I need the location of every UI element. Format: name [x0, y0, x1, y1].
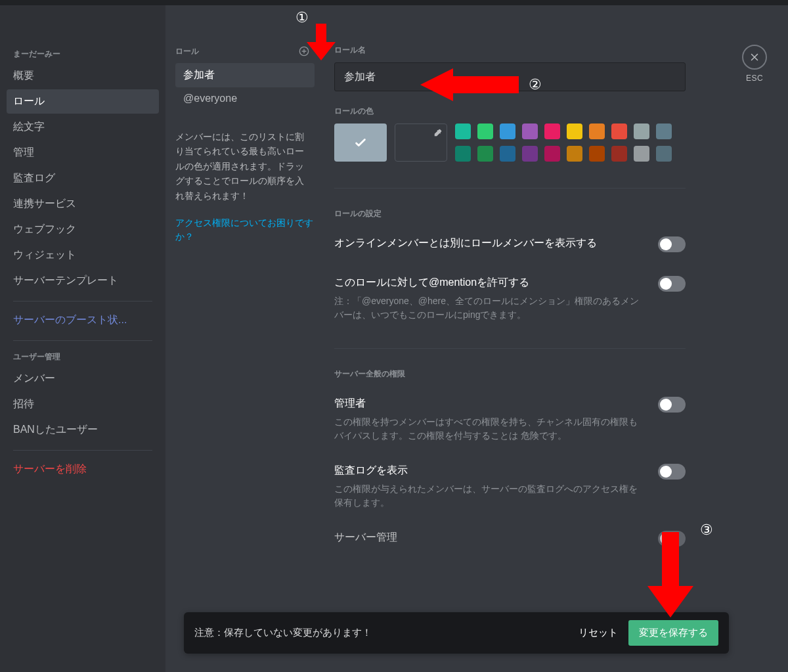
- roles-list-column: ロール 参加者 @everyone メンバーには、このリストに割り当てられている…: [165, 5, 321, 672]
- sidebar-item-boost[interactable]: サーバーのブースト状...: [7, 308, 159, 332]
- custom-color-picker[interactable]: [395, 123, 447, 162]
- sidebar-item-delete-server[interactable]: サーバーを削除: [7, 457, 159, 482]
- color-swatch[interactable]: [634, 123, 649, 139]
- unsaved-changes-bar: 注意：保存していない変更があります！ リセット 変更を保存する: [184, 612, 729, 654]
- toggle-audit-log[interactable]: [658, 464, 686, 480]
- color-swatch[interactable]: [656, 146, 672, 162]
- setting-title: オンラインメンバーとは別にロールメンバーを表示する: [334, 235, 645, 251]
- setting-title: このロールに対して@mentionを許可する: [334, 275, 645, 290]
- roles-hint-text: メンバーには、このリストに割り当てられている最も高いロールの色が適用されます。ド…: [175, 129, 315, 203]
- check-icon: [353, 135, 368, 150]
- role-name-label: ロール名: [334, 45, 762, 56]
- perm-title: 管理者: [334, 395, 645, 411]
- color-swatch[interactable]: [500, 146, 515, 162]
- perm-desc: この権限を持つメンバーはすべての権限を持ち、チャンネル固有の権限もバイパスします…: [334, 415, 645, 443]
- window-titlebar: [0, 0, 788, 5]
- roles-list-header: ロール: [175, 46, 199, 57]
- unsaved-text: 注意：保存していない変更があります！: [194, 627, 372, 639]
- sidebar-item-roles[interactable]: ロール: [7, 89, 159, 114]
- add-role-button[interactable]: [297, 45, 311, 58]
- toggle-manage-server[interactable]: [658, 531, 686, 547]
- roles-help-link[interactable]: アクセス権限についてお困りですか？: [175, 216, 315, 244]
- color-swatch[interactable]: [567, 123, 582, 139]
- sidebar-separator: [13, 340, 152, 341]
- general-perms-header: サーバー全般の権限: [334, 369, 762, 380]
- perm-view-audit-log: 監査ログを表示 この権限が与えられたメンバーは、サーバーの監査ログへのアクセス権…: [334, 462, 686, 510]
- color-swatch[interactable]: [477, 146, 493, 162]
- section-divider: [334, 188, 686, 189]
- toggle-allow-mention[interactable]: [658, 276, 686, 292]
- color-swatch[interactable]: [567, 146, 582, 162]
- sidebar-item-invites[interactable]: 招待: [7, 392, 159, 416]
- role-color-label: ロールの色: [334, 106, 762, 117]
- color-swatch[interactable]: [522, 123, 538, 139]
- sidebar-item-webhooks[interactable]: ウェブフック: [7, 217, 159, 242]
- color-swatch[interactable]: [634, 146, 649, 162]
- sidebar-item-bans[interactable]: BANしたユーザー: [7, 418, 159, 442]
- color-swatch[interactable]: [611, 123, 627, 139]
- sidebar-item-audit-log[interactable]: 監査ログ: [7, 166, 159, 190]
- perm-desc: この権限が与えられたメンバーは、サーバーの監査ログへのアクセス権を保有します。: [334, 482, 645, 510]
- role-item-selected[interactable]: 参加者: [175, 63, 315, 87]
- sidebar-item-members[interactable]: メンバー: [7, 367, 159, 391]
- close-icon: [749, 51, 760, 63]
- setting-allow-mention: このロールに対して@mentionを許可する 注：「@everyone、@her…: [334, 275, 686, 322]
- color-swatch[interactable]: [544, 146, 560, 162]
- color-swatch-grid: [455, 123, 672, 162]
- sidebar: まーだーみー 概要 ロール 絵文字 管理 監査ログ 連携サービス ウェブフック …: [0, 5, 165, 672]
- save-button[interactable]: 変更を保存する: [628, 620, 718, 646]
- section-divider: [334, 348, 686, 349]
- toggle-administrator[interactable]: [658, 397, 686, 413]
- color-swatch[interactable]: [500, 123, 515, 139]
- color-swatch[interactable]: [477, 123, 493, 139]
- setting-desc: 注：「@everyone、@here、全てのロールにメンション」権限のあるメンバ…: [334, 294, 645, 322]
- role-item-everyone[interactable]: @everyone: [175, 87, 315, 110]
- role-detail-column: ロール名 ロールの色: [321, 5, 788, 672]
- server-name: まーだーみー: [7, 45, 159, 64]
- sidebar-item-integrations[interactable]: 連携サービス: [7, 192, 159, 216]
- close-label: ESC: [742, 74, 767, 83]
- annotation-label-3: ③: [700, 522, 713, 539]
- role-name-input[interactable]: [334, 62, 686, 91]
- sidebar-item-moderation[interactable]: 管理: [7, 141, 159, 165]
- perm-manage-server: サーバー管理: [334, 529, 686, 549]
- default-color-swatch[interactable]: [334, 123, 387, 162]
- sidebar-item-overview[interactable]: 概要: [7, 64, 159, 88]
- perm-administrator: 管理者 この権限を持つメンバーはすべての権限を持ち、チャンネル固有の権限もバイパ…: [334, 395, 686, 443]
- color-swatch[interactable]: [455, 146, 471, 162]
- role-settings-header: ロールの設定: [334, 208, 762, 219]
- color-swatch[interactable]: [522, 146, 538, 162]
- color-swatch[interactable]: [589, 123, 605, 139]
- sidebar-item-widget[interactable]: ウィジェット: [7, 243, 159, 267]
- setting-display-separately: オンラインメンバーとは別にロールメンバーを表示する: [334, 235, 686, 255]
- sidebar-item-templates[interactable]: サーバーテンプレート: [7, 269, 159, 293]
- annotation-label-1: ①: [296, 9, 309, 26]
- toggle-display-separately[interactable]: [658, 236, 686, 252]
- sidebar-item-emoji[interactable]: 絵文字: [7, 115, 159, 139]
- sidebar-separator: [13, 301, 152, 302]
- eyedropper-icon: [433, 128, 443, 139]
- reset-button[interactable]: リセット: [579, 627, 618, 639]
- annotation-label-2: ②: [529, 76, 542, 93]
- close-region: ESC: [742, 45, 767, 83]
- color-swatch[interactable]: [656, 123, 672, 139]
- user-mgmt-header: ユーザー管理: [7, 347, 159, 367]
- perm-title: 監査ログを表示: [334, 462, 645, 478]
- perm-title: サーバー管理: [334, 529, 645, 545]
- color-swatch[interactable]: [544, 123, 560, 139]
- close-button[interactable]: [742, 45, 767, 70]
- sidebar-separator: [13, 450, 152, 451]
- color-swatch[interactable]: [611, 146, 627, 162]
- color-swatch[interactable]: [455, 123, 471, 139]
- color-swatch[interactable]: [589, 146, 605, 162]
- plus-circle-icon: [299, 46, 309, 56]
